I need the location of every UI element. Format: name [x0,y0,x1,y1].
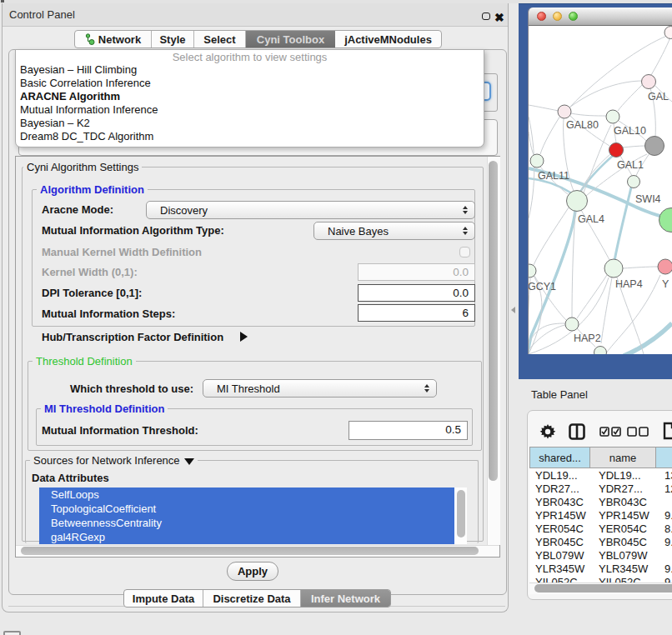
document-icon[interactable] [663,422,672,440]
mi-algorithm-type-select[interactable]: Naive Bayes [313,222,475,240]
table-column-header[interactable] [655,448,672,468]
table-row[interactable]: YBR045CYBR045C9. [529,535,672,548]
apply-button[interactable]: Apply [227,562,278,581]
network-node-n1[interactable] [664,27,672,39]
network-canvas[interactable]: GALGAL80GAL10GAL1GAL11SWI4GAL4HAP4YGCY1H… [529,26,672,354]
minimize-traffic-light-icon[interactable] [553,12,562,21]
sources-group-title[interactable]: Sources for Network Inference [30,454,198,467]
table-row[interactable]: YDL19...YDL19...13 [529,468,672,482]
network-edge[interactable] [569,81,643,108]
network-node-HAP4[interactable] [604,259,623,278]
data-attributes-list[interactable]: SelfLoopsTopologicalCoefficientBetweenne… [39,488,467,544]
aracne-mode-value: Discovery [160,204,208,217]
network-node-GAL10[interactable] [606,110,619,123]
table-row[interactable]: YBR043CYBR043C [529,495,672,508]
attributes-scrollbar-thumb[interactable] [457,490,465,538]
split-columns-icon[interactable] [569,423,585,440]
dropdown-item[interactable]: Bayesian – K2 [16,117,484,130]
network-node-gray[interactable] [645,137,664,156]
network-node-Y[interactable] [658,259,672,274]
network-node-label: HAP4 [615,278,643,290]
kernel-width-field[interactable]: 0.0 [358,263,475,281]
table-column-header[interactable]: name [589,448,655,468]
network-edge[interactable] [584,125,611,192]
table-body: YDL19...YDL19...13YDR27...YDR27...12YBR0… [529,468,672,583]
network-node-GAL4[interactable] [567,191,588,212]
mi-steps-field[interactable]: 6 [358,304,475,322]
hub-expand-caret-icon[interactable] [240,332,248,342]
network-node-SWI4[interactable] [628,176,640,188]
table-row[interactable]: YDR27...YDR27...12 [529,482,672,495]
table-row[interactable]: YBL079WYBL079W [529,549,672,562]
float-window-icon[interactable] [482,12,490,20]
network-node-GAL1[interactable] [609,143,624,158]
attribute-item[interactable]: TopologicalCoefficient [39,502,454,516]
dropdown-item[interactable]: Dream8 DC_TDC Algorithm [16,130,484,143]
network-edge[interactable] [571,113,606,116]
network-node-label: Y [662,278,669,290]
table-hscrollbar-thumb[interactable] [534,584,672,592]
tab-select[interactable]: Select [194,31,246,48]
network-node-GAL[interactable] [642,75,656,89]
table-cell: YBR043C [529,496,589,508]
close-traffic-light-icon[interactable] [537,12,546,21]
gear-icon[interactable] [539,424,556,441]
vertical-scrollbar-thumb[interactable] [489,161,498,481]
aracne-mode-select[interactable]: Discovery [146,201,475,219]
splitter-collapse-icon[interactable] [511,307,515,313]
network-edge[interactable] [623,146,645,148]
network-node-label: GAL4 [578,213,604,225]
network-node-GCY1[interactable] [529,264,536,278]
dropdown-item[interactable]: ARACNE Algorithm [16,90,484,103]
attribute-item[interactable]: BetweennessCentrality [39,516,454,530]
tab-cyni-toolbox[interactable]: Cyni Toolbox [246,31,335,48]
bottom-tab-discretize-data[interactable]: Discretize Data [203,590,301,607]
network-node-GAL80[interactable] [558,105,571,118]
tab-network[interactable]: Network [75,31,152,48]
network-node-HAP2[interactable] [565,318,579,331]
close-icon[interactable]: ✖ [494,11,504,24]
which-threshold-select[interactable]: MI Threshold [203,379,437,398]
hub-section-label[interactable]: Hub/Transcription Factor Definition [42,331,223,343]
tab-style[interactable]: Style [152,31,194,48]
checked-columns-icon[interactable] [599,427,621,437]
tab-jactivemnodules[interactable]: jActiveMNodules [335,31,441,48]
network-edge[interactable] [577,275,607,318]
network-edge[interactable] [529,105,559,111]
which-threshold-label: Which threshold to use: [70,382,193,395]
attribute-item[interactable]: gal4RGexp [39,530,454,544]
network-view-window: GALGAL80GAL10GAL1GAL11SWI4GAL4HAP4YGCY1H… [529,8,672,354]
table-row[interactable]: YER054CYER054C8. [529,522,672,535]
bottom-tab-infer-network[interactable]: Infer Network [301,590,390,607]
network-node-n15[interactable] [594,347,607,355]
table-column-header[interactable]: shared... [529,448,589,468]
dropdown-item[interactable]: Mutual Information Inference [16,103,484,117]
network-edge[interactable] [540,116,560,154]
network-window-titlebar[interactable] [529,8,672,26]
network-edge[interactable] [618,85,642,111]
unchecked-columns-icon[interactable] [627,427,649,437]
tab-label: Network [98,33,141,46]
bottom-tab-impute-data[interactable]: Impute Data [124,590,203,607]
table-row[interactable]: YPR145WYPR145W9. [529,508,672,522]
network-edge[interactable] [623,267,658,268]
algorithm-definition-title: Algorithm Definition [37,183,148,196]
dropdown-item[interactable]: Basic Correlation Inference [16,77,484,90]
horizontal-scrollbar-thumb[interactable] [21,547,479,555]
mi-threshold-field[interactable]: 0.5 [349,421,468,440]
dpi-tolerance-field[interactable]: 0.0 [358,284,475,302]
dropdown-item[interactable]: Bayesian – Hill Climbing [16,63,484,77]
network-node-label: SWI4 [635,193,661,205]
network-node-GAL11[interactable] [530,154,544,168]
manual-kernel-checkbox[interactable] [459,247,470,258]
table-cell: YDR27... [529,482,589,495]
network-edge[interactable] [601,278,612,343]
network-edge[interactable] [624,323,672,354]
network-node-green[interactable] [659,208,672,232]
table-row[interactable]: YLR345WYLR345W9. [529,562,672,576]
attribute-item[interactable]: SelfLoops [39,488,454,502]
network-edge[interactable] [651,38,670,75]
zoom-traffic-light-icon[interactable] [569,12,578,21]
minimized-panel-icon[interactable] [3,631,21,635]
network-edge[interactable] [579,154,614,193]
